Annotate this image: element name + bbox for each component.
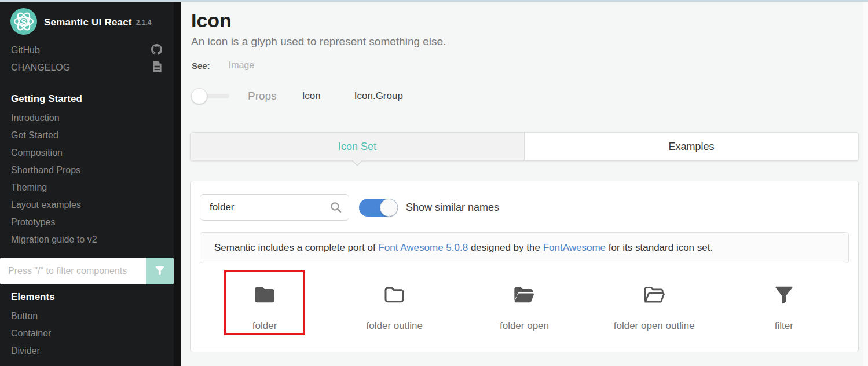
icon-result-label: folder [200, 320, 329, 332]
icon-search-input[interactable] [200, 194, 349, 221]
brand-title: Semantic UI React [44, 17, 132, 28]
sidebar-item-introduction[interactable]: Introduction [0, 109, 174, 127]
show-similar-label: Show similar names [406, 202, 499, 214]
props-row: Props Icon Icon.Group [191, 87, 403, 105]
icon-result-folder-open-outline[interactable]: folder open outline [589, 272, 719, 340]
show-similar-toggle-knob [380, 199, 398, 217]
props-toggle-label[interactable]: Props [248, 90, 277, 103]
sidebar-item-container[interactable]: Container [0, 325, 174, 342]
sidebar-item-composition[interactable]: Composition [0, 144, 174, 162]
show-similar-toggle[interactable] [359, 199, 398, 217]
see-link-image[interactable]: Image [229, 60, 254, 71]
icon-search [200, 194, 349, 221]
icon-search-row: Show similar names [200, 194, 849, 221]
component-filter-input[interactable] [0, 258, 146, 284]
brand[interactable]: S Semantic UI React 2.1.4 [10, 8, 151, 37]
folder-open-outline-icon [589, 283, 719, 306]
folder-open-icon [459, 283, 589, 306]
tab-menu: Icon Set Examples [190, 132, 859, 161]
filter-icon [154, 265, 166, 278]
icon-result-folder-outline[interactable]: folder outline [329, 272, 459, 340]
prop-link-icon[interactable]: Icon [302, 90, 321, 102]
sidebar-item-shorthand-props[interactable]: Shorthand Props [0, 162, 174, 179]
sidebar-item-prototypes[interactable]: Prototypes [0, 214, 174, 231]
sidebar-item-migration-guide[interactable]: Migration guide to v2 [0, 231, 174, 248]
icon-set-panel: Show similar names Semantic includes a c… [190, 181, 859, 352]
tab-examples[interactable]: Examples [525, 133, 858, 160]
filter-icon [719, 283, 849, 306]
page-scrollbar[interactable] [863, 0, 868, 366]
sidebar-external-links: GitHub CHANGELOG [0, 42, 174, 76]
font-awesome-message: Semantic includes a complete port of Fon… [200, 232, 849, 263]
component-filter [0, 258, 174, 284]
sidebar-item-layout-examples[interactable]: Layout examples [0, 196, 174, 214]
sidebar-item-button[interactable]: Button [0, 308, 174, 325]
file-icon [152, 61, 162, 75]
sidebar-item-divider[interactable]: Divider [0, 342, 174, 360]
sidebar-section-getting-started: Getting Started Introduction Get Started… [0, 90, 174, 248]
icon-result-label: filter [719, 320, 849, 332]
font-awesome-version-link[interactable]: Font Awesome 5.0.8 [378, 242, 468, 253]
sidebar-item-changelog[interactable]: CHANGELOG [0, 59, 174, 76]
icon-result-folder-open[interactable]: folder open [459, 272, 589, 340]
sidebar-item-theming[interactable]: Theming [0, 179, 174, 196]
sidebar: S Semantic UI React 2.1.4 GitHub CHANGEL… [0, 0, 181, 366]
props-toggle[interactable] [191, 87, 230, 105]
prop-link-icon-group[interactable]: Icon.Group [354, 90, 403, 102]
active-tab-caret [352, 155, 362, 166]
section-heading: Elements [0, 288, 174, 306]
tab-icon-set[interactable]: Icon Set [191, 133, 525, 160]
message-text: Semantic includes a complete port of [214, 242, 378, 253]
page-title: Icon [191, 9, 232, 32]
icon-result-label: folder open [459, 320, 589, 332]
see-label: See: [192, 61, 210, 71]
main-content: Icon An icon is a glyph used to represen… [181, 0, 868, 366]
sidebar-item-github[interactable]: GitHub [0, 42, 174, 59]
page-subtitle: An icon is a glyph used to represent som… [191, 35, 446, 48]
icon-result-folder[interactable]: folder [200, 272, 329, 340]
svg-text:S: S [21, 17, 27, 27]
icon-result-filter[interactable]: filter [719, 272, 849, 340]
icon-results-grid: folder folder outline folder open folder… [200, 272, 849, 340]
semantic-ui-logo-icon: S [10, 8, 37, 37]
github-icon [151, 44, 162, 57]
folder-outline-icon [329, 283, 459, 306]
icon-result-label: folder open outline [589, 320, 719, 332]
sidebar-section-elements: Elements Button Container Divider [0, 288, 174, 360]
sidebar-item-get-started[interactable]: Get Started [0, 127, 174, 144]
component-filter-button[interactable] [146, 258, 174, 284]
section-heading: Getting Started [0, 90, 174, 108]
icon-result-label: folder outline [329, 320, 459, 332]
font-awesome-link[interactable]: FontAwesome [543, 242, 606, 253]
folder-icon [200, 283, 329, 306]
brand-version: 2.1.4 [136, 19, 152, 27]
message-text: designed by the [468, 242, 543, 253]
props-toggle-knob [191, 88, 207, 104]
browser-edge [0, 0, 868, 2]
see-also-row: See: Image [192, 60, 254, 71]
message-text: for its standard icon set. [606, 242, 713, 253]
sidebar-scrollbar[interactable] [174, 0, 181, 366]
